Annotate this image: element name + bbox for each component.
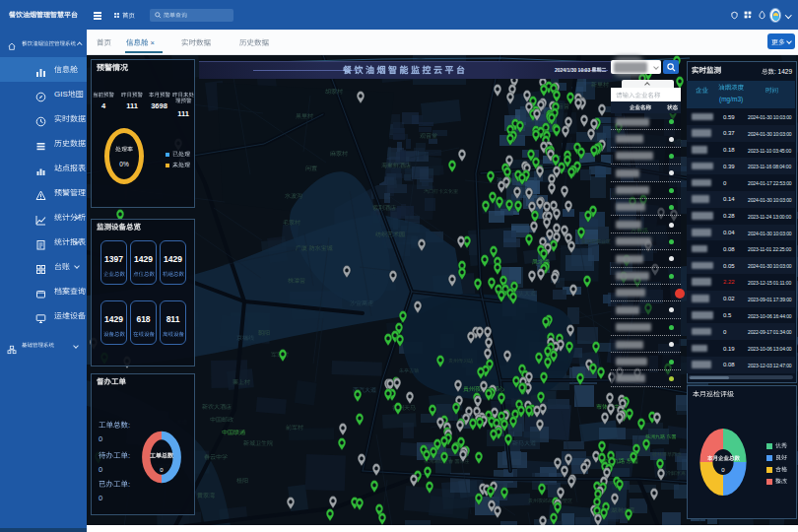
svg-text:3: 3 xyxy=(587,67,590,73)
svg-text:0: 0 xyxy=(574,67,577,73)
svg-text:S: S xyxy=(62,90,67,99)
svg-text::: : xyxy=(128,451,130,460)
svg-text::: : xyxy=(128,421,130,430)
svg-text::: : xyxy=(128,480,130,489)
svg-text::: : xyxy=(774,67,776,74)
svg-text:×: × xyxy=(151,38,155,47)
svg-text:9: 9 xyxy=(788,67,792,74)
